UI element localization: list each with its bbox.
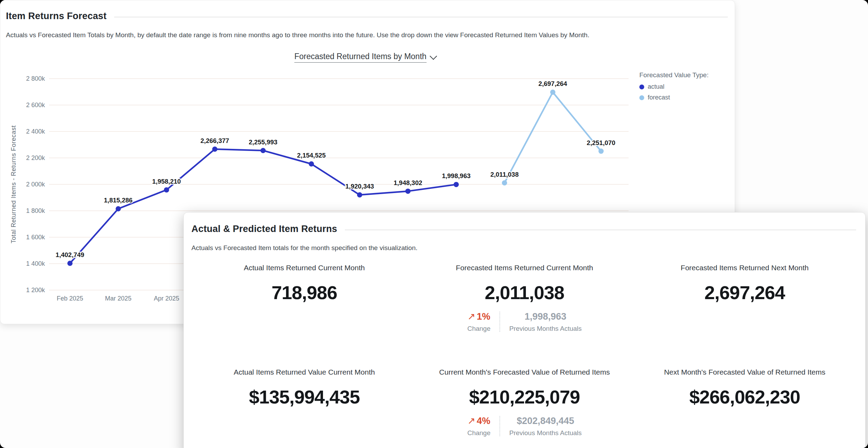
y-tick-label: 2 200k — [26, 154, 45, 161]
arrow-up-right-icon: ↗ — [467, 415, 475, 426]
legend-item-label: actual — [648, 83, 664, 90]
data-point-label: 2,255,993 — [249, 138, 277, 146]
legend-item-actual[interactable]: actual — [639, 83, 709, 90]
kpi-card-label: Actual Items Returned Value Current Mont… — [194, 367, 415, 377]
x-tick-label: Feb 2025 — [57, 295, 83, 302]
y-tick-label: 1 600k — [26, 234, 45, 241]
kpi-card: Forecasted Items Returned Next Month2,69… — [634, 247, 855, 333]
forecast-line — [505, 92, 601, 183]
data-point-label: 1,920,343 — [345, 183, 374, 190]
dotted-divider — [499, 416, 500, 436]
legend-dot-icon — [639, 85, 644, 89]
actual-data-point[interactable] — [116, 206, 121, 211]
forecast-data-point[interactable] — [502, 180, 507, 185]
kpi-card-value: 718,986 — [194, 281, 415, 304]
previous-caption: Previous Months Actuals — [509, 325, 582, 333]
y-tick-label: 1 800k — [26, 207, 45, 214]
actual-data-point[interactable] — [405, 189, 411, 194]
kpi-panel-header: Actual & Predicted Item Returns — [184, 213, 865, 241]
change-caption: Change — [467, 429, 491, 437]
change-percent: ↗1% — [467, 311, 491, 322]
actual-data-point[interactable] — [309, 161, 314, 167]
legend-title: Forecasted Value Type: — [639, 71, 709, 79]
kpi-card-label: Next Month's Forecasted Value of Returne… — [634, 367, 855, 377]
y-tick-label: 2 400k — [26, 128, 45, 135]
actual-data-point[interactable] — [260, 148, 266, 153]
y-tick-label: 2 600k — [26, 102, 45, 109]
kpi-card: Actual Items Returned Current Month718,9… — [194, 247, 415, 333]
x-tick-label: Mar 2025 — [105, 295, 132, 302]
data-point-label: 1,815,286 — [104, 197, 133, 204]
dashboard-window: Item Returns Forecast Actuals vs Forecas… — [0, 0, 868, 448]
actual-data-point[interactable] — [164, 187, 169, 192]
forecast-data-point[interactable] — [599, 149, 604, 154]
actual-data-point[interactable] — [357, 192, 362, 198]
chart-legend: Forecasted Value Type: actualforecast — [639, 71, 709, 105]
kpi-card-label: Current Month's Forecasted Value of Retu… — [415, 367, 635, 377]
forecast-data-point[interactable] — [550, 90, 555, 95]
kpi-card-label: Actual Items Returned Current Month — [194, 263, 415, 272]
previous-value: $202,849,445 — [509, 416, 582, 426]
previous-caption: Previous Months Actuals — [509, 429, 582, 437]
change-caption: Change — [467, 325, 491, 333]
legend-dot-icon — [639, 95, 644, 100]
kpi-card: Next Month's Forecasted Value of Returne… — [634, 352, 855, 437]
y-tick-label: 1 400k — [26, 260, 45, 267]
kpi-card: Forecasted Items Returned Current Month2… — [415, 247, 635, 333]
kpi-card-value: 2,697,264 — [634, 281, 855, 304]
kpi-card-value: $210,225,079 — [415, 386, 635, 408]
data-point-label: 1,402,749 — [56, 251, 84, 258]
data-point-label: 2,697,264 — [538, 80, 567, 87]
kpi-card-value: $266,062,230 — [634, 386, 855, 408]
y-tick-label: 1 200k — [26, 287, 45, 294]
kpi-card: Current Month's Forecasted Value of Retu… — [415, 352, 635, 437]
kpi-card: Actual Items Returned Value Current Mont… — [194, 352, 415, 437]
y-tick-label: 2 800k — [26, 75, 45, 82]
actual-data-point[interactable] — [453, 182, 459, 187]
kpi-panel: Actual & Predicted Item Returns Actuals … — [183, 212, 866, 448]
actual-data-point[interactable] — [68, 261, 73, 266]
data-point-label: 2,011,038 — [490, 171, 519, 178]
data-point-label: 2,154,525 — [297, 152, 325, 159]
actual-data-point[interactable] — [212, 146, 218, 152]
y-tick-label: 2 000k — [26, 181, 45, 188]
data-point-label: 1,958,210 — [152, 178, 181, 185]
legend-item-forecast[interactable]: forecast — [639, 94, 709, 101]
kpi-card-label: Forecasted Items Returned Current Month — [415, 263, 635, 272]
change-percent: ↗4% — [467, 415, 491, 426]
x-tick-label: Apr 2025 — [154, 295, 179, 302]
kpi-card-value: $135,994,435 — [194, 386, 415, 408]
kpi-change-block: ↗1%Change1,998,963Previous Months Actual… — [415, 311, 635, 333]
kpi-change-block: ↗4%Change$202,849,445Previous Months Act… — [415, 415, 635, 437]
y-axis-title: Total Returned Items - Returns Forecast — [10, 125, 17, 243]
data-point-label: 1,998,963 — [442, 172, 471, 179]
kpi-card-label: Forecasted Items Returned Next Month — [634, 263, 855, 272]
previous-value: 1,998,963 — [509, 311, 582, 322]
title-divider — [345, 230, 856, 230]
dotted-divider — [499, 312, 500, 332]
data-point-label: 2,251,070 — [587, 139, 615, 146]
kpi-card-value: 2,011,038 — [415, 281, 635, 304]
kpi-panel-title: Actual & Predicted Item Returns — [191, 224, 337, 234]
kpi-cards-grid: Actual Items Returned Current Month718,9… — [194, 247, 855, 437]
legend-item-label: forecast — [648, 94, 670, 101]
data-point-label: 1,948,302 — [394, 179, 422, 186]
data-point-label: 2,266,377 — [200, 137, 229, 144]
arrow-up-right-icon: ↗ — [467, 311, 475, 322]
